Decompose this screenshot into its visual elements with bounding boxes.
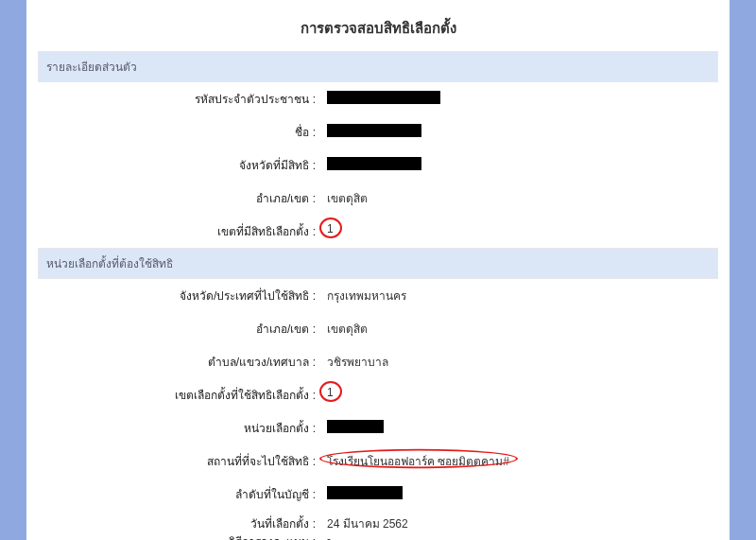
redacted-unit xyxy=(327,420,384,433)
label-method: วิธีการลงคะแนน : xyxy=(38,532,321,540)
page-title: การตรวจสอบสิทธิเลือกตั้ง xyxy=(38,9,718,51)
label-constituency2: เขตเลือกตั้งที่ใช้สิทธิเลือกตั้ง : xyxy=(38,386,321,404)
row-unit: หน่วยเลือกตั้ง : xyxy=(38,411,718,444)
redacted-citizen-id xyxy=(327,91,440,104)
label-order: ลำดับที่ในบัญชี : xyxy=(38,485,321,503)
value-district: เขตดุสิต xyxy=(321,189,718,207)
label-district: อำเภอ/เขต : xyxy=(38,189,321,207)
value-method: - xyxy=(321,532,718,540)
row-subdistrict: ตำบล/แขวง/เทศบาล : วชิรพยาบาล xyxy=(38,345,718,378)
value-place: โรงเรียนโยนออฟอาร์ค ซอยมิตตคาม# xyxy=(321,452,718,470)
label-citizen-id: รหัสประจำตัวประชาชน : xyxy=(38,90,321,108)
label-province2: จังหวัด/ประเทศที่ไปใช้สิทธิ : xyxy=(38,287,321,305)
redacted-province xyxy=(327,157,421,170)
value-province2: กรุงเทพมหานคร xyxy=(321,287,718,305)
label-place: สถานที่ที่จะไปใช้สิทธิ : xyxy=(38,452,321,470)
section-personal-header: รายละเอียดส่วนตัว xyxy=(38,51,718,82)
row-place: สถานที่ที่จะไปใช้สิทธิ : โรงเรียนโยนออฟอ… xyxy=(38,444,718,478)
row-constituency2: เขตเลือกตั้งที่ใช้สิทธิเลือกตั้ง : 1 xyxy=(38,378,718,411)
redacted-order xyxy=(327,486,403,499)
row-province2: จังหวัด/ประเทศที่ไปใช้สิทธิ : กรุงเทพมหา… xyxy=(38,279,718,312)
value-constituency: 1 xyxy=(321,222,718,240)
row-name: ชื่อ : xyxy=(38,115,718,148)
label-name: ชื่อ : xyxy=(38,123,321,141)
row-province: จังหวัดที่มีสิทธิ : xyxy=(38,148,718,182)
value-constituency2: 1 xyxy=(321,386,718,404)
redacted-name xyxy=(327,124,421,137)
row-date: วันที่เลือกตั้ง : 24 มีนาคม 2562 xyxy=(38,511,718,532)
label-unit: หน่วยเลือกตั้ง : xyxy=(38,419,321,437)
row-constituency: เขตที่มีสิทธิเลือกตั้ง : 1 xyxy=(38,215,718,248)
label-constituency: เขตที่มีสิทธิเลือกตั้ง : xyxy=(38,222,321,240)
label-district2: อำเภอ/เขต : xyxy=(38,320,321,338)
section-unit-header: หน่วยเลือกตั้งที่ต้องใช้สิทธิ xyxy=(38,248,718,279)
label-province: จังหวัดที่มีสิทธิ : xyxy=(38,156,321,174)
row-citizen-id: รหัสประจำตัวประชาชน : xyxy=(38,82,718,115)
value-district2: เขตดุสิต xyxy=(321,320,718,338)
value-subdistrict: วชิรพยาบาล xyxy=(321,353,718,371)
value-date: 24 มีนาคม 2562 xyxy=(321,514,718,532)
row-method: วิธีการลงคะแนน : - xyxy=(38,532,718,540)
row-district2: อำเภอ/เขต : เขตดุสิต xyxy=(38,312,718,345)
row-district: อำเภอ/เขต : เขตดุสิต xyxy=(38,182,718,215)
label-date: วันที่เลือกตั้ง : xyxy=(38,514,321,532)
label-subdistrict: ตำบล/แขวง/เทศบาล : xyxy=(38,353,321,371)
row-order: ลำดับที่ในบัญชี : xyxy=(38,478,718,511)
